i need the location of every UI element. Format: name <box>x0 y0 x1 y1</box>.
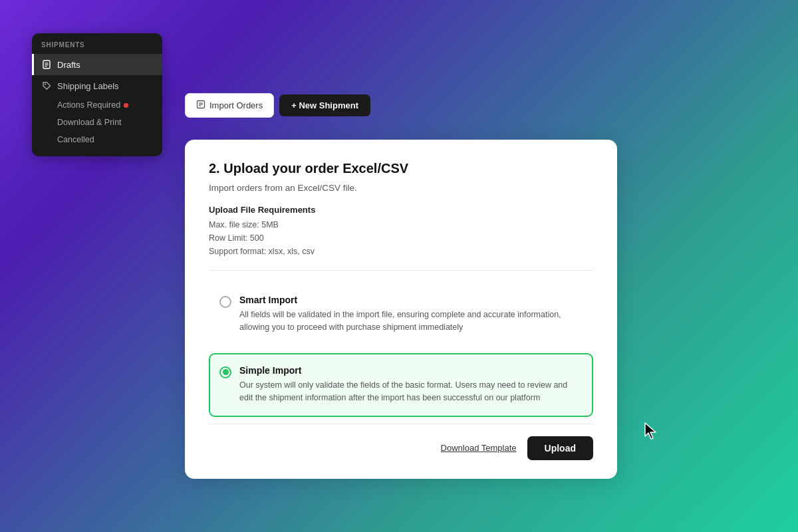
smart-import-description: All fields will be validated in the impo… <box>239 309 583 334</box>
simple-import-description: Our system will only validate the fields… <box>239 379 583 405</box>
document-icon <box>41 59 52 70</box>
sidebar-sub-item-cancelled[interactable]: Cancelled <box>32 131 162 148</box>
sidebar: SHIPMENTS Drafts Shipping Labels Actions… <box>32 33 162 156</box>
requirement-rowlimit: Row Limit: 500 <box>209 231 593 245</box>
smart-import-label: Smart Import <box>239 295 583 305</box>
card-title: 2. Upload your order Excel/CSV <box>209 161 593 176</box>
card-footer: Download Template Upload <box>209 424 593 460</box>
toolbar: Import Orders + New Shipment <box>185 93 370 118</box>
download-print-label: Download & Print <box>57 118 122 127</box>
download-template-button[interactable]: Download Template <box>441 443 517 453</box>
download-template-label: Download Template <box>441 443 517 453</box>
sidebar-item-shipping-labels-label: Shipping Labels <box>57 81 119 91</box>
simple-import-label: Simple Import <box>239 365 583 376</box>
cancelled-label: Cancelled <box>57 135 94 144</box>
import-icon <box>196 100 205 111</box>
actions-required-dot <box>124 103 128 108</box>
sidebar-sub-item-actions-required[interactable]: Actions Required <box>32 96 162 114</box>
smart-import-content: Smart Import All fields will be validate… <box>239 295 583 334</box>
sidebar-item-drafts[interactable]: Drafts <box>32 54 162 75</box>
new-shipment-label: + New Shipment <box>291 100 358 110</box>
new-shipment-button[interactable]: + New Shipment <box>279 94 370 116</box>
sidebar-item-drafts-label: Drafts <box>57 60 80 70</box>
import-orders-button[interactable]: Import Orders <box>185 93 274 118</box>
divider-1 <box>209 270 593 271</box>
card-description: Import orders from an Excel/CSV file. <box>209 183 593 193</box>
upload-button[interactable]: Upload <box>527 436 593 460</box>
sidebar-section-label: SHIPMENTS <box>32 41 162 54</box>
requirement-filesize: Max. file size: 5MB <box>209 218 593 231</box>
cursor-arrow <box>644 422 660 440</box>
smart-import-radio[interactable] <box>219 296 231 308</box>
simple-import-content: Simple Import Our system will only valid… <box>239 365 583 405</box>
sidebar-sub-item-download-print[interactable]: Download & Print <box>32 114 162 131</box>
tag-icon <box>41 80 52 91</box>
requirement-format: Support format: xlsx, xls, csv <box>209 245 593 258</box>
simple-import-radio[interactable] <box>219 366 231 378</box>
smart-import-option[interactable]: Smart Import All fields will be validate… <box>209 283 593 346</box>
actions-required-label: Actions Required <box>57 100 120 110</box>
requirements-title: Upload File Requirements <box>209 205 593 215</box>
upload-label: Upload <box>545 443 576 454</box>
main-card: 2. Upload your order Excel/CSV Import or… <box>185 140 617 479</box>
requirements-section: Upload File Requirements Max. file size:… <box>209 205 593 258</box>
import-orders-label: Import Orders <box>209 100 263 110</box>
svg-point-4 <box>45 84 46 85</box>
sidebar-item-shipping-labels[interactable]: Shipping Labels <box>32 75 162 96</box>
simple-import-option[interactable]: Simple Import Our system will only valid… <box>209 353 593 417</box>
